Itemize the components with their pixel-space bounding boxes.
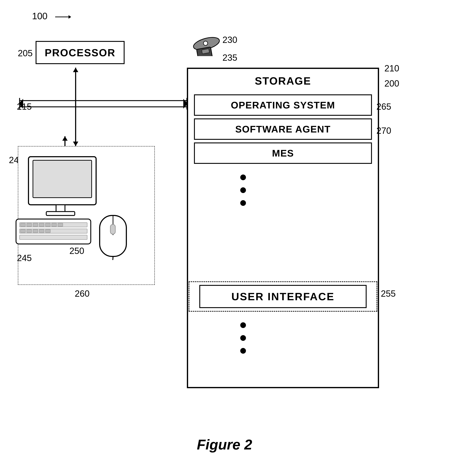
svg-rect-15 — [33, 160, 92, 198]
figure-caption: Figure 2 — [197, 436, 252, 453]
user-interface-box: USER INTERFACE — [199, 285, 367, 308]
processor-label: PROCESSOR — [45, 47, 116, 59]
ref-100-label: 100 — [32, 11, 48, 21]
svg-rect-25 — [39, 223, 44, 227]
svg-marker-1 — [68, 15, 71, 19]
storage-outer-box — [187, 68, 379, 388]
storage-title: STORAGE — [189, 75, 377, 87]
svg-rect-29 — [21, 229, 25, 233]
svg-rect-26 — [45, 223, 50, 227]
svg-rect-17 — [46, 212, 75, 215]
software-agent-box: SOFTWARE AGENT — [194, 119, 372, 140]
mes-box: MES — [194, 142, 372, 164]
mouse-illustration — [96, 214, 132, 260]
ref-260-arrow — [75, 290, 84, 297]
diagram: 100 PROCESSOR 205 215 240 — [0, 0, 449, 476]
dot-3 — [240, 200, 246, 206]
dot-4 — [240, 322, 246, 328]
svg-rect-32 — [39, 229, 44, 233]
ref-205-label: 205 — [18, 48, 33, 58]
svg-rect-36 — [110, 224, 115, 234]
ui-region: USER INTERFACE — [189, 281, 377, 312]
dot-2 — [240, 187, 246, 193]
ref-245-label: 245 — [17, 253, 32, 263]
svg-point-39 — [203, 41, 208, 45]
svg-marker-3 — [73, 68, 78, 72]
svg-rect-24 — [33, 223, 38, 227]
svg-rect-33 — [45, 229, 50, 233]
svg-rect-30 — [27, 229, 32, 233]
mes-label: MES — [272, 148, 294, 159]
computer-monitor-illustration — [23, 155, 109, 223]
ref-200-label: 200 — [384, 78, 399, 89]
dots-lower — [240, 322, 246, 354]
svg-rect-23 — [27, 223, 32, 227]
dot-1 — [240, 175, 246, 180]
svg-rect-22 — [21, 223, 25, 227]
svg-rect-21 — [20, 235, 87, 239]
ref-250-label: 250 — [69, 246, 84, 256]
bus-arrow-215 — [18, 97, 189, 111]
svg-rect-28 — [58, 223, 63, 227]
svg-marker-12 — [62, 136, 68, 141]
svg-rect-27 — [52, 223, 56, 227]
ref-210-label: 210 — [384, 63, 399, 74]
ref-265-label: 265 — [376, 102, 391, 112]
ref-230-label: 230 — [222, 35, 237, 45]
ref-100-arrow — [55, 13, 71, 21]
ref-235-label: 235 — [222, 52, 237, 63]
dot-6 — [240, 348, 246, 354]
software-agent-label: SOFTWARE AGENT — [235, 124, 331, 135]
svg-marker-4 — [73, 142, 78, 146]
os-label: OPERATING SYSTEM — [231, 100, 335, 111]
cd-disk-illustration — [192, 36, 221, 56]
svg-rect-16 — [56, 205, 65, 212]
user-interface-label: USER INTERFACE — [231, 290, 334, 303]
svg-rect-31 — [33, 229, 38, 233]
dot-5 — [240, 335, 246, 341]
os-box: OPERATING SYSTEM — [194, 94, 372, 116]
ref-270-label: 270 — [376, 125, 391, 136]
ref-255-label: 255 — [381, 289, 396, 299]
keyboard-illustration — [14, 217, 93, 246]
dots-upper — [240, 175, 246, 206]
processor-box: PROCESSOR — [36, 41, 124, 64]
